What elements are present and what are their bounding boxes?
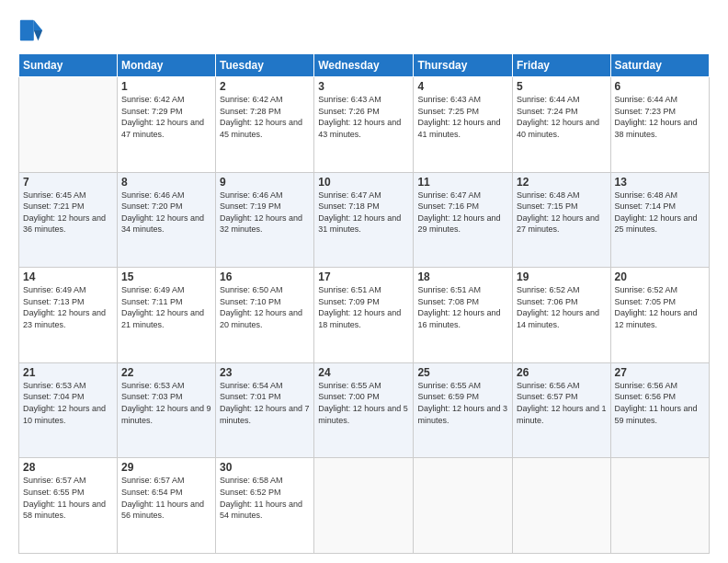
day-number: 8 <box>121 176 211 189</box>
day-number: 10 <box>318 176 409 189</box>
day-number: 19 <box>517 270 607 283</box>
calendar-week-row: 7Sunrise: 6:45 AMSunset: 7:21 PMDaylight… <box>19 172 710 268</box>
calendar-cell: 29Sunrise: 6:57 AMSunset: 6:54 PMDayligh… <box>117 458 215 554</box>
day-number: 29 <box>121 461 211 474</box>
day-info: Sunrise: 6:52 AMSunset: 7:05 PMDaylight:… <box>615 284 705 330</box>
day-number: 9 <box>220 176 310 189</box>
calendar-header-saturday: Saturday <box>610 54 709 77</box>
calendar-cell: 3Sunrise: 6:43 AMSunset: 7:26 PMDaylight… <box>314 77 414 173</box>
day-number: 27 <box>615 366 705 379</box>
day-info: Sunrise: 6:49 AMSunset: 7:11 PMDaylight:… <box>121 284 211 330</box>
day-info: Sunrise: 6:48 AMSunset: 7:15 PMDaylight:… <box>517 190 607 236</box>
calendar-header-thursday: Thursday <box>414 54 513 77</box>
day-info: Sunrise: 6:55 AMSunset: 6:59 PMDaylight:… <box>417 380 508 426</box>
calendar-cell: 25Sunrise: 6:55 AMSunset: 6:59 PMDayligh… <box>414 362 513 458</box>
day-info: Sunrise: 6:56 AMSunset: 6:56 PMDaylight:… <box>615 380 705 426</box>
day-info: Sunrise: 6:56 AMSunset: 6:57 PMDaylight:… <box>517 380 607 426</box>
calendar-header-row: SundayMondayTuesdayWednesdayThursdayFrid… <box>19 54 710 77</box>
day-info: Sunrise: 6:43 AMSunset: 7:25 PMDaylight:… <box>417 94 508 140</box>
calendar-cell: 6Sunrise: 6:44 AMSunset: 7:23 PMDaylight… <box>610 77 709 173</box>
svg-marker-0 <box>34 20 42 30</box>
calendar-cell: 22Sunrise: 6:53 AMSunset: 7:03 PMDayligh… <box>117 362 215 458</box>
day-number: 23 <box>220 366 310 379</box>
day-number: 30 <box>220 461 310 474</box>
calendar-cell: 21Sunrise: 6:53 AMSunset: 7:04 PMDayligh… <box>19 362 118 458</box>
day-number: 28 <box>23 461 113 474</box>
day-number: 17 <box>318 270 409 283</box>
day-number: 12 <box>517 176 607 189</box>
calendar-cell: 27Sunrise: 6:56 AMSunset: 6:56 PMDayligh… <box>610 362 709 458</box>
calendar-header-monday: Monday <box>117 54 215 77</box>
calendar-header-friday: Friday <box>512 54 610 77</box>
calendar-week-row: 28Sunrise: 6:57 AMSunset: 6:55 PMDayligh… <box>19 458 710 554</box>
calendar-cell <box>414 458 513 554</box>
svg-marker-1 <box>34 30 42 40</box>
day-number: 1 <box>121 80 211 93</box>
calendar-header-wednesday: Wednesday <box>314 54 414 77</box>
calendar-cell: 2Sunrise: 6:42 AMSunset: 7:28 PMDaylight… <box>216 77 314 173</box>
day-info: Sunrise: 6:43 AMSunset: 7:26 PMDaylight:… <box>318 94 409 140</box>
calendar-cell: 5Sunrise: 6:44 AMSunset: 7:24 PMDaylight… <box>512 77 610 173</box>
calendar-cell: 26Sunrise: 6:56 AMSunset: 6:57 PMDayligh… <box>512 362 610 458</box>
calendar-cell <box>314 458 414 554</box>
day-number: 14 <box>23 270 113 283</box>
day-info: Sunrise: 6:50 AMSunset: 7:10 PMDaylight:… <box>220 284 310 330</box>
day-number: 16 <box>220 270 310 283</box>
svg-rect-2 <box>20 20 34 40</box>
day-number: 15 <box>121 270 211 283</box>
calendar-cell: 15Sunrise: 6:49 AMSunset: 7:11 PMDayligh… <box>117 268 215 363</box>
day-info: Sunrise: 6:47 AMSunset: 7:16 PMDaylight:… <box>417 190 508 236</box>
day-info: Sunrise: 6:42 AMSunset: 7:29 PMDaylight:… <box>121 94 211 140</box>
calendar-cell: 13Sunrise: 6:48 AMSunset: 7:14 PMDayligh… <box>610 172 709 268</box>
day-info: Sunrise: 6:44 AMSunset: 7:23 PMDaylight:… <box>615 94 705 140</box>
page: SundayMondayTuesdayWednesdayThursdayFrid… <box>0 0 728 563</box>
day-info: Sunrise: 6:46 AMSunset: 7:19 PMDaylight:… <box>220 190 310 236</box>
calendar-table: SundayMondayTuesdayWednesdayThursdayFrid… <box>18 53 710 554</box>
calendar-cell: 28Sunrise: 6:57 AMSunset: 6:55 PMDayligh… <box>19 458 118 554</box>
day-info: Sunrise: 6:57 AMSunset: 6:55 PMDaylight:… <box>23 475 113 521</box>
calendar-cell: 17Sunrise: 6:51 AMSunset: 7:09 PMDayligh… <box>314 268 414 363</box>
day-info: Sunrise: 6:49 AMSunset: 7:13 PMDaylight:… <box>23 284 113 330</box>
calendar-cell: 20Sunrise: 6:52 AMSunset: 7:05 PMDayligh… <box>610 268 709 363</box>
day-number: 2 <box>220 80 310 93</box>
calendar-cell: 1Sunrise: 6:42 AMSunset: 7:29 PMDaylight… <box>117 77 215 173</box>
calendar-cell <box>19 77 118 173</box>
day-number: 18 <box>417 270 508 283</box>
day-info: Sunrise: 6:45 AMSunset: 7:21 PMDaylight:… <box>23 190 113 236</box>
day-number: 5 <box>517 80 607 93</box>
calendar-cell: 10Sunrise: 6:47 AMSunset: 7:18 PMDayligh… <box>314 172 414 268</box>
day-number: 6 <box>615 80 705 93</box>
calendar-header-tuesday: Tuesday <box>216 54 314 77</box>
calendar-cell: 9Sunrise: 6:46 AMSunset: 7:19 PMDaylight… <box>216 172 314 268</box>
day-info: Sunrise: 6:42 AMSunset: 7:28 PMDaylight:… <box>220 94 310 140</box>
logo-icon <box>18 18 44 44</box>
calendar-cell: 19Sunrise: 6:52 AMSunset: 7:06 PMDayligh… <box>512 268 610 363</box>
day-info: Sunrise: 6:53 AMSunset: 7:04 PMDaylight:… <box>23 380 113 426</box>
calendar-cell: 11Sunrise: 6:47 AMSunset: 7:16 PMDayligh… <box>414 172 513 268</box>
logo <box>18 18 48 44</box>
day-info: Sunrise: 6:47 AMSunset: 7:18 PMDaylight:… <box>318 190 409 236</box>
calendar-cell: 24Sunrise: 6:55 AMSunset: 7:00 PMDayligh… <box>314 362 414 458</box>
day-info: Sunrise: 6:46 AMSunset: 7:20 PMDaylight:… <box>121 190 211 236</box>
calendar-cell <box>610 458 709 554</box>
calendar-cell: 14Sunrise: 6:49 AMSunset: 7:13 PMDayligh… <box>19 268 118 363</box>
day-number: 22 <box>121 366 211 379</box>
day-number: 21 <box>23 366 113 379</box>
day-number: 11 <box>417 176 508 189</box>
calendar-cell <box>512 458 610 554</box>
day-info: Sunrise: 6:48 AMSunset: 7:14 PMDaylight:… <box>615 190 705 236</box>
calendar-cell: 12Sunrise: 6:48 AMSunset: 7:15 PMDayligh… <box>512 172 610 268</box>
calendar-cell: 23Sunrise: 6:54 AMSunset: 7:01 PMDayligh… <box>216 362 314 458</box>
header <box>18 15 710 44</box>
calendar-cell: 7Sunrise: 6:45 AMSunset: 7:21 PMDaylight… <box>19 172 118 268</box>
day-info: Sunrise: 6:58 AMSunset: 6:52 PMDaylight:… <box>220 475 310 521</box>
day-number: 25 <box>417 366 508 379</box>
day-info: Sunrise: 6:51 AMSunset: 7:09 PMDaylight:… <box>318 284 409 330</box>
day-info: Sunrise: 6:53 AMSunset: 7:03 PMDaylight:… <box>121 380 211 426</box>
calendar-week-row: 21Sunrise: 6:53 AMSunset: 7:04 PMDayligh… <box>19 362 710 458</box>
calendar-cell: 8Sunrise: 6:46 AMSunset: 7:20 PMDaylight… <box>117 172 215 268</box>
day-number: 20 <box>615 270 705 283</box>
day-info: Sunrise: 6:52 AMSunset: 7:06 PMDaylight:… <box>517 284 607 330</box>
calendar-cell: 16Sunrise: 6:50 AMSunset: 7:10 PMDayligh… <box>216 268 314 363</box>
day-info: Sunrise: 6:57 AMSunset: 6:54 PMDaylight:… <box>121 475 211 521</box>
